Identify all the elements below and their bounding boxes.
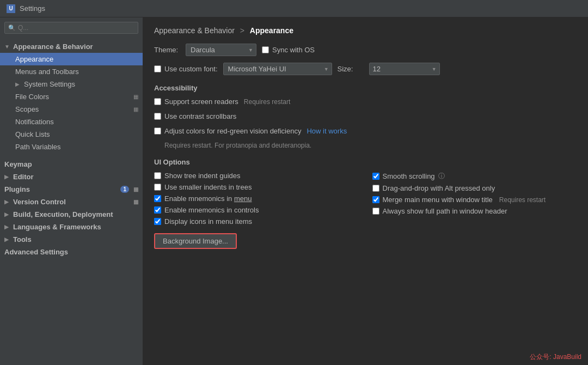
contrast-scrollbars-label: Use contrast scrollbars: [164, 112, 236, 120]
screen-readers-checkbox[interactable]: [154, 98, 161, 105]
merge-menu-checkbox[interactable]: [372, 196, 379, 203]
mnemonics-controls-label: Enable mnemonics in controls: [164, 206, 259, 214]
custom-font-checkbox[interactable]: [154, 65, 161, 72]
sidebar-item-path-variables[interactable]: Path Variables: [0, 141, 143, 153]
color-deficiency-subtext: Requires restart. For protanopia and deu…: [164, 142, 577, 149]
size-select-wrapper[interactable]: 1011121314: [369, 63, 440, 75]
smaller-indents-label: Use smaller indents in trees: [164, 183, 252, 191]
app-icon: U: [7, 4, 15, 13]
sidebar-item-editor[interactable]: ▶ Editor: [0, 171, 143, 183]
color-deficiency-checkbox-row: Adjust colors for red-green vision defic…: [154, 127, 301, 135]
tree-indent-checkbox[interactable]: [154, 172, 161, 179]
color-deficiency-row: Adjust colors for red-green vision defic…: [154, 127, 577, 135]
contrast-scrollbars-checkbox-row: Use contrast scrollbars: [154, 112, 236, 120]
ui-options-grid: Show tree indent guides Use smaller inde…: [154, 172, 577, 226]
theme-select-wrapper[interactable]: Darcula IntelliJ Light High contrast: [186, 44, 256, 56]
watermark: 公众号: JavaBuild: [530, 352, 581, 362]
theme-row: Theme: Darcula IntelliJ Light High contr…: [154, 44, 577, 56]
sidebar-item-appearance-behavior[interactable]: ▼ Appearance & Behavior: [0, 40, 143, 53]
chevron-right-icon-editor: ▶: [4, 174, 11, 180]
mnemonics-menu-checkbox[interactable]: [154, 195, 161, 202]
sync-os-label: Sync with OS: [272, 46, 315, 54]
mnemonics-menu-label: Enable mnemonics in menu: [164, 194, 252, 203]
display-icons-label: Display icons in menu items: [164, 217, 252, 226]
mnemonics-controls-checkbox[interactable]: [154, 206, 161, 214]
grid-icon-plugins: ▦: [133, 186, 138, 192]
accessibility-title: Accessibility: [154, 84, 577, 92]
sidebar-item-languages[interactable]: ▶ Languages & Frameworks: [0, 221, 143, 233]
ui-options-right: Smooth scrolling ⓘ Drag-and-drop with Al…: [372, 172, 578, 226]
search-icon: 🔍: [8, 25, 16, 32]
background-image-button[interactable]: Background Image...: [154, 233, 237, 249]
breadcrumb-parent: Appearance & Behavior: [154, 26, 235, 35]
mnemonics-controls-row: Enable mnemonics in controls: [154, 206, 359, 214]
search-input[interactable]: [18, 24, 134, 32]
font-select-wrapper[interactable]: Microsoft YaHei UI Arial Consolas Segoe …: [223, 63, 332, 75]
chevron-right-icon-tools: ▶: [4, 236, 11, 242]
sidebar-item-keymap[interactable]: Keymap: [0, 158, 143, 171]
contrast-scrollbars-checkbox[interactable]: [154, 113, 161, 120]
content-area: Appearance & Behavior > Appearance Theme…: [143, 17, 588, 365]
sidebar-item-file-colors[interactable]: File Colors ▦: [0, 90, 143, 103]
tree-indent-row: Show tree indent guides: [154, 172, 359, 180]
how-it-works-link[interactable]: How it works: [307, 127, 347, 135]
chevron-right-icon-lang: ▶: [4, 224, 11, 230]
sidebar-item-build[interactable]: ▶ Build, Execution, Deployment: [0, 208, 143, 221]
chevron-down-icon: ▼: [4, 44, 11, 50]
grid-icon-2: ▦: [133, 106, 138, 112]
sidebar: 🔍 ▼ Appearance & Behavior Appearance Men…: [0, 17, 143, 365]
drag-drop-checkbox[interactable]: [372, 185, 379, 192]
sidebar-item-system-settings[interactable]: ▶ System Settings: [0, 78, 143, 90]
screen-readers-restart: Requires restart: [244, 98, 290, 106]
sidebar-item-plugins[interactable]: Plugins 1 ▦: [0, 183, 143, 196]
screen-readers-label: Support screen readers: [164, 98, 238, 106]
search-box[interactable]: 🔍: [4, 22, 138, 34]
chevron-right-icon-build: ▶: [4, 211, 11, 217]
grid-icon-vc: ▦: [133, 199, 138, 205]
merge-menu-label: Merge main menu with window title: [383, 196, 493, 204]
color-deficiency-checkbox[interactable]: [154, 127, 161, 135]
contrast-scrollbars-row: Use contrast scrollbars: [154, 112, 577, 120]
full-path-checkbox[interactable]: [372, 208, 379, 215]
grid-icon: ▦: [133, 94, 138, 100]
sidebar-item-version-control[interactable]: ▶ Version Control ▦: [0, 196, 143, 208]
breadcrumb-current: Appearance: [250, 26, 293, 35]
plugins-badge: 1: [120, 186, 129, 193]
info-icon[interactable]: ⓘ: [438, 172, 445, 181]
screen-readers-checkbox-row: Support screen readers: [154, 98, 238, 106]
display-icons-checkbox[interactable]: [154, 218, 161, 225]
sidebar-item-notifications[interactable]: Notifications: [0, 115, 143, 128]
merge-menu-row: Merge main menu with window title Requir…: [372, 196, 578, 204]
main-layout: 🔍 ▼ Appearance & Behavior Appearance Men…: [0, 17, 588, 365]
full-path-label: Always show full path in window header: [383, 207, 507, 215]
sidebar-item-advanced-settings[interactable]: Advanced Settings: [0, 246, 143, 258]
ui-options-left: Show tree indent guides Use smaller inde…: [154, 172, 359, 226]
screen-readers-row: Support screen readers Requires restart: [154, 98, 577, 106]
theme-select[interactable]: Darcula IntelliJ Light High contrast: [186, 44, 256, 56]
nav-section: ▼ Appearance & Behavior Appearance Menus…: [0, 38, 143, 260]
drag-drop-row: Drag-and-drop with Alt pressed only: [372, 184, 578, 192]
window-title: Settings: [20, 4, 45, 13]
sidebar-item-menus-toolbars[interactable]: Menus and Toolbars: [0, 65, 143, 78]
sidebar-item-tools[interactable]: ▶ Tools: [0, 233, 143, 246]
sidebar-item-appearance[interactable]: Appearance: [0, 53, 143, 65]
smaller-indents-checkbox[interactable]: [154, 184, 161, 191]
color-deficiency-label: Adjust colors for red-green vision defic…: [164, 127, 301, 135]
size-select[interactable]: 1011121314: [369, 63, 440, 75]
sidebar-item-quick-lists[interactable]: Quick Lists: [0, 128, 143, 141]
sidebar-item-scopes[interactable]: Scopes ▦: [0, 103, 143, 115]
custom-font-row: Use custom font: Microsoft YaHei UI Aria…: [154, 63, 577, 75]
mnemonics-menu-row: Enable mnemonics in menu: [154, 194, 359, 203]
smooth-scrolling-checkbox[interactable]: [372, 173, 379, 180]
smooth-scrolling-label: Smooth scrolling: [383, 172, 435, 180]
breadcrumb-separator: >: [240, 26, 244, 35]
sync-os-checkbox[interactable]: [262, 46, 269, 53]
title-bar: U Settings: [0, 0, 588, 17]
smooth-scrolling-row: Smooth scrolling ⓘ: [372, 172, 578, 181]
smaller-indents-row: Use smaller indents in trees: [154, 183, 359, 191]
theme-label: Theme:: [154, 46, 180, 54]
full-path-row: Always show full path in window header: [372, 207, 578, 215]
font-select[interactable]: Microsoft YaHei UI Arial Consolas Segoe …: [223, 63, 332, 75]
breadcrumb: Appearance & Behavior > Appearance: [154, 26, 577, 35]
tree-indent-label: Show tree indent guides: [164, 172, 240, 180]
